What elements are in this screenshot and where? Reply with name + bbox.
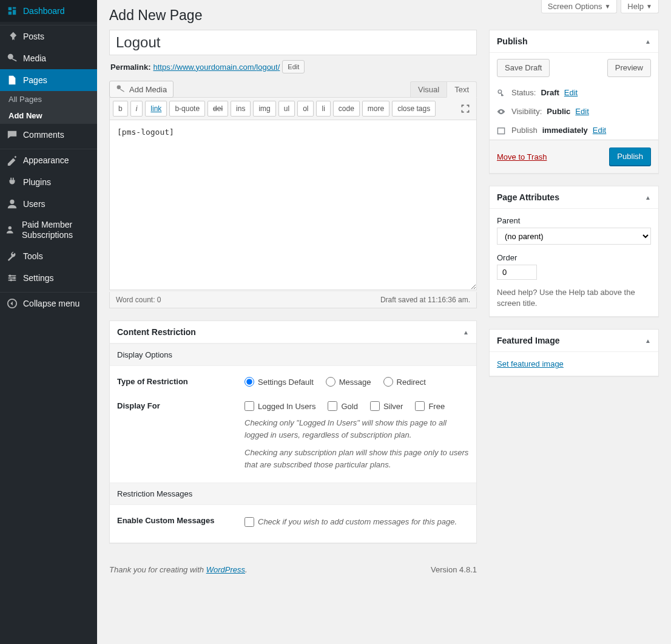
help-tab[interactable]: Help ▼ — [621, 0, 659, 13]
tb-ol[interactable]: ol — [297, 101, 314, 117]
sidebar-item-posts[interactable]: Posts — [0, 25, 97, 47]
tb-ins[interactable]: ins — [231, 101, 251, 117]
sidebar-item-media[interactable]: Media — [0, 47, 97, 69]
sidebar-item-dashboard[interactable]: Dashboard — [0, 0, 97, 22]
svg-point-6 — [9, 274, 12, 277]
sidebar-submenu-pages: All Pages Add New — [0, 91, 97, 124]
sidebar-item-label: Pages — [23, 75, 47, 85]
radio-message[interactable]: Message — [326, 377, 371, 387]
tb-ul[interactable]: ul — [278, 101, 295, 117]
svg-point-2 — [8, 226, 12, 229]
dashboard-icon — [6, 5, 18, 17]
display-for-label: Display For — [117, 401, 244, 470]
publish-header[interactable]: Publish ▲ — [490, 30, 658, 53]
edit-permalink-button[interactable]: Edit — [282, 60, 305, 73]
appearance-icon — [6, 154, 18, 166]
hint-logged-users: Checking only "Logged In Users" will sho… — [244, 417, 469, 441]
tb-bold[interactable]: b — [113, 101, 128, 117]
toggle-icon[interactable]: ▲ — [645, 194, 651, 201]
editor-tab-text[interactable]: Text — [447, 81, 477, 98]
collapse-icon — [6, 297, 18, 310]
sidebar-item-settings[interactable]: Settings — [0, 267, 97, 289]
editor-tab-visual[interactable]: Visual — [410, 81, 447, 98]
publish-label: Publish — [511, 126, 538, 135]
svg-rect-12 — [497, 127, 504, 134]
svg-point-10 — [117, 86, 121, 89]
content-restriction-box: Content Restriction ▲ Display Options Ty… — [109, 320, 477, 543]
sidebar-item-appearance[interactable]: Appearance — [0, 149, 97, 171]
post-title-input[interactable] — [109, 30, 477, 55]
permalink-link[interactable]: https://www.yourdomain.com/logout/ — [153, 63, 280, 72]
tb-img[interactable]: img — [253, 101, 275, 117]
wordpress-link[interactable]: WordPress — [206, 565, 245, 574]
check-gold[interactable]: Gold — [328, 401, 357, 411]
type-restriction-label: Type of Restriction — [117, 377, 244, 387]
content-restriction-title: Content Restriction — [117, 327, 196, 337]
check-enable-custom[interactable]: Check if you wish to add custom messages… — [244, 516, 469, 528]
check-logged-in[interactable]: Logged In Users — [244, 401, 315, 411]
word-count: Word count: 0 — [116, 296, 161, 304]
save-draft-button[interactable]: Save Draft — [497, 59, 550, 77]
editor-textarea[interactable] — [109, 120, 477, 290]
tb-more[interactable]: more — [362, 101, 389, 117]
content-restriction-header[interactable]: Content Restriction ▲ — [110, 321, 476, 344]
preview-button[interactable]: Preview — [607, 59, 651, 77]
sidebar-item-pages[interactable]: Pages — [0, 69, 97, 91]
sidebar-item-tools[interactable]: Tools — [0, 245, 97, 267]
screen-options-tab[interactable]: Screen Options ▼ — [541, 0, 618, 13]
sidebar-item-label: Tools — [23, 251, 43, 261]
pin-icon — [6, 30, 18, 42]
parent-select[interactable]: (no parent) — [497, 228, 651, 245]
parent-label: Parent — [497, 216, 651, 225]
sidebar-item-label: Appearance — [23, 155, 69, 165]
edit-publish-link[interactable]: Edit — [593, 126, 606, 135]
admin-sidebar: Dashboard Posts Media Pages All Pages Ad… — [0, 0, 97, 644]
sidebar-item-collapse[interactable]: Collapse menu — [0, 293, 97, 314]
sidebar-item-comments[interactable]: Comments — [0, 124, 97, 146]
tb-close-tags[interactable]: close tags — [392, 101, 436, 117]
publish-title: Publish — [497, 36, 528, 46]
submenu-all-pages[interactable]: All Pages — [0, 91, 97, 107]
page-attributes-header[interactable]: Page Attributes ▲ — [490, 186, 658, 209]
submenu-add-new[interactable]: Add New — [0, 107, 97, 124]
pms-icon — [6, 224, 17, 236]
publish-button[interactable]: Publish — [609, 147, 651, 166]
key-icon — [497, 89, 507, 97]
move-to-trash-link[interactable]: Move to Trash — [497, 152, 547, 161]
toggle-icon[interactable]: ▲ — [645, 38, 651, 45]
draft-saved: Draft saved at 11:16:36 am. — [380, 296, 470, 304]
tb-italic[interactable]: i — [130, 101, 143, 117]
radio-redirect[interactable]: Redirect — [383, 377, 426, 387]
radio-settings-default[interactable]: Settings Default — [244, 377, 314, 387]
tb-bquote[interactable]: b-quote — [169, 101, 205, 117]
svg-point-11 — [498, 90, 502, 93]
add-media-button[interactable]: Add Media — [109, 81, 174, 98]
fullscreen-button[interactable] — [457, 101, 473, 117]
edit-status-link[interactable]: Edit — [564, 88, 578, 97]
sidebar-item-label: Comments — [23, 130, 64, 140]
check-free[interactable]: Free — [415, 401, 445, 411]
users-icon — [6, 198, 18, 210]
check-silver[interactable]: Silver — [370, 401, 403, 411]
edit-visibility-link[interactable]: Edit — [575, 107, 588, 116]
tb-code[interactable]: code — [333, 101, 360, 117]
toggle-icon[interactable]: ▲ — [463, 329, 469, 336]
sidebar-item-users[interactable]: Users — [0, 193, 97, 215]
featured-image-title: Featured Image — [497, 336, 559, 345]
sidebar-item-pms[interactable]: Paid Member Subscriptions — [0, 215, 97, 245]
featured-image-header[interactable]: Featured Image ▲ — [490, 330, 658, 352]
set-featured-image-link[interactable]: Set featured image — [497, 359, 564, 368]
restriction-messages-bar: Restriction Messages — [110, 483, 476, 505]
media-icon — [6, 52, 18, 64]
tb-li[interactable]: li — [316, 101, 330, 117]
svg-point-7 — [13, 277, 16, 279]
status-value: Draft — [541, 88, 559, 97]
toggle-icon[interactable]: ▲ — [645, 337, 651, 344]
sidebar-item-label: Plugins — [23, 177, 51, 187]
media-icon — [116, 84, 126, 94]
main-content: Screen Options ▼ Help ▼ Add New Page Per… — [97, 0, 671, 644]
tb-link[interactable]: link — [145, 101, 167, 117]
sidebar-item-plugins[interactable]: Plugins — [0, 171, 97, 193]
order-input[interactable] — [497, 265, 537, 280]
tb-del[interactable]: del — [207, 101, 228, 117]
